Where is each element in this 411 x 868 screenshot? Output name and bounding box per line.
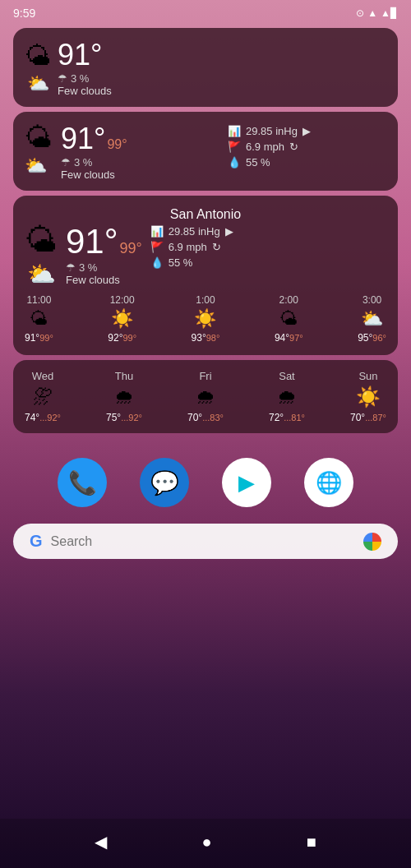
temp-medium: 91° [61,122,105,156]
feels-like-medium: 99° [107,137,127,152]
umbrella-large: ☂ [66,261,76,274]
wind-icon-large: 🚩 [150,241,164,253]
temp-row-medium: 91° 99° [61,122,219,156]
weather-widget-small[interactable]: 🌤 ⛅ 91° ☂ 3 % Few clouds [13,28,398,107]
sun-icon-large: 🌤 [25,222,58,259]
hourly-temp: 95°96° [358,332,386,344]
hourly-item: 3:00 ⛅ 95°96° [358,294,386,344]
description-small: Few clouds [58,85,112,97]
weekly-temps: 70°...83° [187,412,224,423]
humidity-val: 55 % [246,156,270,169]
chrome-app[interactable]: 🌐 [304,458,353,507]
feels-large: 99° [120,240,142,257]
large-top: 🌤 ⛅ 91° 99° ☂ 3 % Few clouds 📊 29.85 inH… [25,222,386,288]
recents-button[interactable]: ■ [307,833,316,852]
weather-icons-small: 🌤 ⛅ [25,41,51,95]
status-icons: ⊙ ▲ ▲▊ [356,7,398,19]
home-button[interactable]: ● [201,833,211,852]
umbrella-icon-medium: ☂ [61,156,71,169]
weekly-temps: 75°...92° [106,412,142,423]
description-large: Few clouds [66,274,142,286]
sun-icon-medium: 🌤 [25,122,53,154]
wind-row: 🚩 6.9 mph ↻ [228,141,386,153]
pressure-icon-large: 📊 [150,225,164,238]
search-input[interactable] [51,534,355,549]
messages-app[interactable]: 💬 [140,458,189,507]
weather-widget-large[interactable]: San Antonio 🌤 ⛅ 91° 99° ☂ 3 % Few clouds… [13,196,398,355]
signal-icon: ▲▊ [381,7,398,19]
cloud-icon-large: ⛅ [27,261,56,288]
pressure-row: 📊 29.85 inHg ▶ [228,125,386,137]
city-name: San Antonio [25,207,386,222]
sun-icon: 🌤 [25,41,51,72]
cloud-small-icon: ⛅ [27,73,49,95]
weather-widget-weekly[interactable]: Wed ⛈ 74°...92° Thu 🌧 75°...92° Fri 🌧 70… [13,360,398,433]
rain-percent-small: 3 % [71,72,89,85]
chrome-icon: 🌐 [316,470,342,496]
weekly-day: Wed [32,370,54,382]
description-medium: Few clouds [61,169,219,181]
messages-icon: 💬 [150,469,179,496]
search-bar[interactable]: G [13,524,398,559]
weekly-item: Sat 🌧 72°...81° [269,370,305,423]
medium-left: 🌤 ⛅ [25,122,53,177]
hourly-time: 1:00 [196,294,215,306]
weekly-item: Fri 🌧 70°...83° [187,370,224,423]
medium-middle: 91° 99° ☂ 3 % Few clouds [61,122,219,181]
wind-icon: 🚩 [228,141,241,153]
wind-large: 🚩 6.9 mph ↻ [150,241,233,253]
weekly-item: Wed ⛈ 74°...92° [25,370,61,423]
mic-icon[interactable] [363,533,381,551]
weekly-item: Thu 🌧 75°...92° [106,370,142,423]
hourly-icon: ☀️ [194,308,216,330]
hourly-time: 2:00 [279,294,298,306]
time: 9:59 [13,7,35,20]
hourly-time: 12:00 [110,294,135,306]
weekly-icon: 🌧 [114,386,134,409]
rain-percent-medium: 3 % [74,156,92,169]
rain-row-medium: ☂ 3 % [61,156,219,169]
weekly-day: Fri [199,370,211,382]
back-button[interactable]: ◀ [95,832,107,852]
temp-large: 91° [66,222,118,261]
hourly-temp: 93°98° [192,332,220,344]
weekly-item: Sun ☀️ 70°...87° [350,370,386,423]
rain-row-small: ☂ 3 % [58,72,112,85]
humidity-large: 💧 55 % [150,256,233,269]
google-logo: G [30,532,43,551]
pressure-arrow: ▶ [302,125,311,137]
umbrella-icon: ☂ [58,72,67,85]
weekly-icon: ☀️ [356,386,381,409]
alarm-icon: ⊙ [356,7,364,19]
wind-val-large: 6.9 mph [169,241,207,253]
weekly-temps: 74°...92° [25,412,61,423]
wind-dir-icon: ↻ [289,141,298,153]
status-bar: 9:59 ⊙ ▲ ▲▊ [0,0,411,23]
hourly-temp: 91°99° [25,332,53,344]
hourly-icon: ☀️ [111,308,133,330]
weekly-icon: 🌧 [277,386,297,409]
weekly-temps: 72°...81° [269,412,305,423]
large-right: 📊 29.85 inHg ▶ 🚩 6.9 mph ↻ 💧 55 % [150,222,233,269]
weekly-icon: 🌧 [196,386,215,409]
humidity-row: 💧 55 % [228,156,386,169]
weekly-day: Thu [115,370,133,382]
hourly-icon: 🌤 [30,308,48,330]
play-store-app[interactable]: ▶ [222,458,271,507]
hourly-item: 12:00 ☀️ 92°99° [108,294,136,344]
temp-small: 91° [58,38,112,72]
phone-app[interactable]: 📞 [58,458,107,507]
weekly-temps: 70°...87° [350,412,386,423]
wifi-icon: ▲ [367,7,377,19]
app-dock: 📞 💬 ▶ 🌐 [0,450,411,515]
drop-icon-large: 💧 [150,256,164,269]
weekly-row: Wed ⛈ 74°...92° Thu 🌧 75°...92° Fri 🌧 70… [25,370,386,423]
play-icon: ▶ [238,470,255,496]
humidity-val-large: 55 % [169,256,193,269]
hourly-item: 11:00 🌤 91°99° [25,294,53,344]
pressure-val-large: 29.85 inHg [169,225,220,238]
hourly-item: 2:00 🌤 94°97° [275,294,303,344]
weather-widget-medium[interactable]: 🌤 ⛅ 91° 99° ☂ 3 % Few clouds 📊 29.85 inH… [13,112,398,191]
rain-row-large: ☂ 3 % [66,261,142,274]
pressure-large: 📊 29.85 inHg ▶ [150,225,233,238]
